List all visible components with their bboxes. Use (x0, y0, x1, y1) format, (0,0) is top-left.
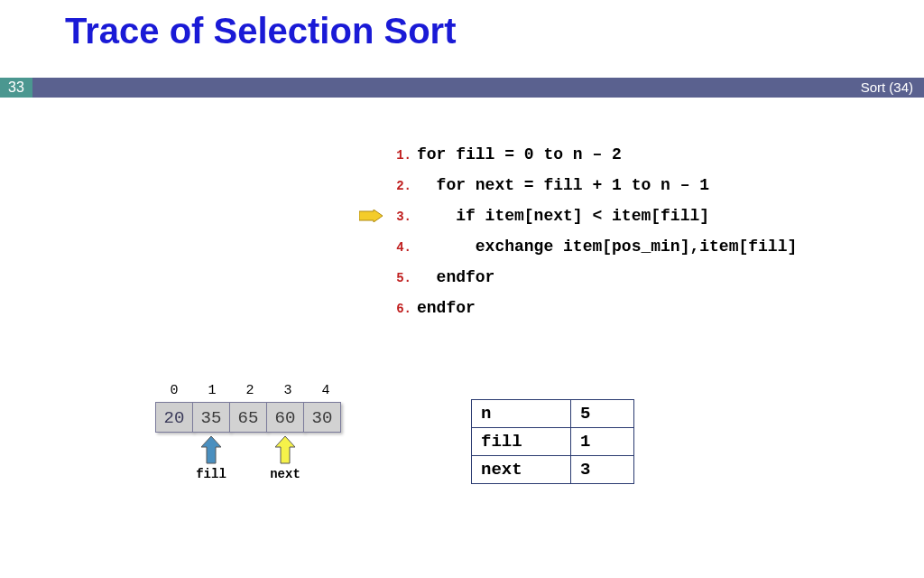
code-line: 6.endfor (386, 293, 797, 323)
code-line-text: endfor (417, 268, 494, 286)
array-cell: 20 (155, 402, 193, 433)
slide-number-badge: 33 (0, 78, 32, 98)
variables-table: n5fill1next3 (471, 399, 634, 484)
code-line: 3. if item[next] < item[fill] (386, 200, 797, 231)
code-line-number: 1. (386, 140, 411, 171)
up-arrow-icon (201, 436, 221, 465)
code-line-text: for next = fill + 1 to n – 1 (417, 176, 709, 194)
var-name: fill (472, 428, 571, 456)
next-pointer: next (266, 436, 304, 481)
code-line-number: 2. (386, 171, 411, 201)
code-line: 1.for fill = 0 to n – 2 (386, 139, 797, 170)
up-arrow-icon (275, 436, 295, 465)
code-line: 5. endfor (386, 262, 797, 293)
code-line-text: exchange item[pos_min],item[fill] (417, 238, 797, 256)
code-line-text: if item[next] < item[fill] (417, 207, 709, 225)
header-bar: 33 Sort (34) (0, 78, 924, 98)
code-line: 4. exchange item[pos_min],item[fill] (386, 231, 797, 262)
array-index-label: 4 (307, 383, 345, 398)
slide-title: Trace of Selection Sort (65, 11, 456, 51)
array-index-label: 1 (193, 383, 231, 398)
svg-marker-2 (275, 436, 295, 463)
array-visual: 01234 2035656030 fillnext (155, 383, 345, 487)
array-cell: 35 (192, 402, 230, 433)
code-line: 2. for next = fill + 1 to n – 1 (386, 170, 797, 200)
code-line-text: endfor (417, 299, 476, 317)
table-row: fill1 (472, 428, 634, 456)
table-row: n5 (472, 400, 634, 428)
fill-pointer: fill (192, 436, 230, 481)
pseudocode-block: 1.for fill = 0 to n – 22. for next = fil… (386, 139, 797, 323)
svg-marker-1 (201, 436, 221, 463)
pointer-label: fill (192, 467, 230, 481)
section-label: Sort (34) (861, 78, 913, 98)
code-line-number: 4. (386, 232, 411, 263)
var-value: 3 (571, 456, 634, 484)
array-cell: 65 (229, 402, 267, 433)
array-cell: 60 (266, 402, 304, 433)
code-line-text: for fill = 0 to n – 2 (417, 145, 622, 163)
array-index-label: 0 (155, 383, 193, 398)
var-value: 1 (571, 428, 634, 456)
svg-marker-0 (359, 210, 383, 222)
var-value: 5 (571, 400, 634, 428)
var-name: next (472, 456, 571, 484)
code-line-number: 5. (386, 263, 411, 294)
table-row: next3 (472, 456, 634, 484)
array-index-label: 2 (231, 383, 269, 398)
array-cell: 30 (303, 402, 341, 433)
array-index-label: 3 (269, 383, 307, 398)
var-name: n (472, 400, 571, 428)
pointer-label: next (266, 467, 304, 481)
code-line-number: 6. (386, 294, 411, 324)
code-line-number: 3. (386, 201, 411, 232)
